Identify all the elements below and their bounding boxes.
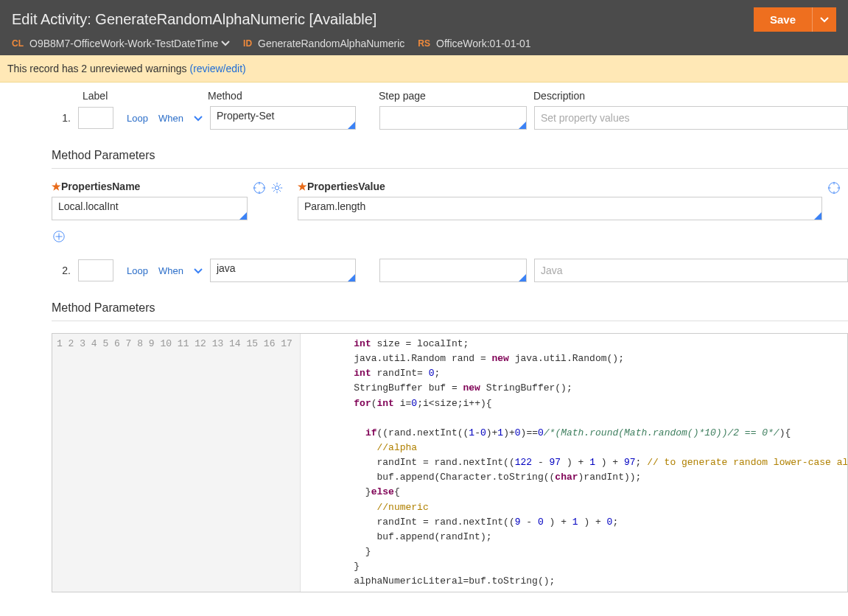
when-link[interactable]: When: [158, 265, 203, 276]
properties-value-label: ★PropertiesValue: [298, 181, 822, 192]
properties-value-icons: [827, 181, 841, 198]
properties-value-label-text: PropertiesValue: [307, 181, 385, 192]
rs-value: OfficeWork:01-01-01: [436, 38, 531, 49]
col-method: Method: [208, 90, 379, 102]
chevron-down-icon: [820, 14, 829, 25]
properties-name-block: ★PropertiesName Local.localInt: [52, 181, 248, 220]
page-header: Edit Activity: GenerateRandomAlphaNumeri…: [0, 0, 848, 55]
description-input[interactable]: [534, 259, 848, 282]
properties-value-text: Param.length: [304, 200, 365, 212]
header-top-row: Edit Activity: GenerateRandomAlphaNumeri…: [12, 7, 836, 32]
loop-link[interactable]: Loop: [127, 265, 148, 276]
rs-label: RS: [418, 38, 430, 49]
loop-link[interactable]: Loop: [127, 113, 148, 124]
properties-name-value: Local.localInt: [58, 200, 119, 212]
cl-label: CL: [12, 38, 24, 49]
save-button[interactable]: Save: [754, 7, 812, 32]
properties-name-label: ★PropertiesName: [52, 181, 248, 192]
save-dropdown-button[interactable]: [812, 7, 836, 32]
step-row-2: 2. Loop When java: [52, 259, 848, 282]
cl-value-text: O9B8M7-OfficeWork-Work-TestDateTime: [29, 38, 218, 49]
plus-icon[interactable]: [52, 229, 66, 244]
svg-point-5: [275, 186, 278, 189]
label-input[interactable]: [78, 107, 113, 129]
method-parameters-heading: Method Parameters: [52, 149, 848, 169]
content-area: Label Method Step page Description 1. Lo…: [0, 83, 848, 592]
properties-name-input[interactable]: Local.localInt: [52, 197, 248, 220]
step-page-input[interactable]: [379, 259, 527, 282]
target-icon[interactable]: [252, 181, 267, 195]
properties-name-icons: [252, 181, 284, 198]
add-parameter-row: [52, 229, 848, 245]
gear-icon[interactable]: [270, 181, 284, 195]
warning-text: This record has 2 unreviewed warnings: [7, 63, 189, 74]
method-value: java: [217, 262, 236, 274]
code-body[interactable]: int size = localInt; java.util.Random ra…: [301, 334, 847, 592]
review-edit-link[interactable]: (review/edit): [189, 63, 245, 74]
step-number: 2.: [52, 265, 78, 276]
warning-bar: This record has 2 unreviewed warnings (r…: [0, 55, 848, 83]
method-input[interactable]: java: [210, 259, 356, 282]
id-label: ID: [243, 38, 252, 49]
properties-name-label-text: PropertiesName: [61, 181, 140, 192]
properties-value-block: ★PropertiesValue Param.length: [298, 181, 822, 220]
when-link[interactable]: When: [158, 112, 203, 124]
page-title: Edit Activity: GenerateRandomAlphaNumeri…: [12, 11, 376, 28]
chevron-down-icon: [221, 38, 230, 49]
properties-value-input[interactable]: Param.length: [298, 197, 822, 220]
label-input[interactable]: [78, 259, 113, 281]
id-value: GenerateRandomAlphaNumeric: [258, 38, 404, 49]
java-code-editor[interactable]: 1 2 3 4 5 6 7 8 9 10 11 12 13 14 15 16 1…: [52, 333, 848, 592]
col-label: Label: [52, 90, 208, 102]
method-value: Property-Set: [217, 110, 275, 122]
description-input[interactable]: [534, 106, 848, 130]
when-link-text: When: [158, 265, 183, 276]
chevron-down-icon: [194, 112, 203, 124]
col-step: Step page: [379, 90, 533, 102]
target-icon[interactable]: [827, 181, 841, 195]
col-description: Description: [533, 90, 848, 102]
when-link-text: When: [158, 113, 183, 124]
line-number-gutter: 1 2 3 4 5 6 7 8 9 10 11 12 13 14 15 16 1…: [52, 334, 301, 592]
method-input[interactable]: Property-Set: [210, 106, 356, 130]
parameters-row-1: ★PropertiesName Local.localInt ★Properti…: [52, 181, 848, 220]
step-page-input[interactable]: [379, 106, 527, 130]
chevron-down-icon: [194, 265, 203, 276]
step-column-headers: Label Method Step page Description: [52, 90, 848, 102]
step-row-1: 1. Loop When Property-Set: [52, 106, 848, 130]
header-breadcrumb: CL O9B8M7-OfficeWork-Work-TestDateTime I…: [12, 38, 836, 49]
method-parameters-heading: Method Parameters: [52, 301, 848, 321]
step-number: 1.: [52, 112, 78, 124]
cl-value[interactable]: O9B8M7-OfficeWork-Work-TestDateTime: [29, 38, 230, 49]
save-button-group: Save: [754, 7, 836, 32]
